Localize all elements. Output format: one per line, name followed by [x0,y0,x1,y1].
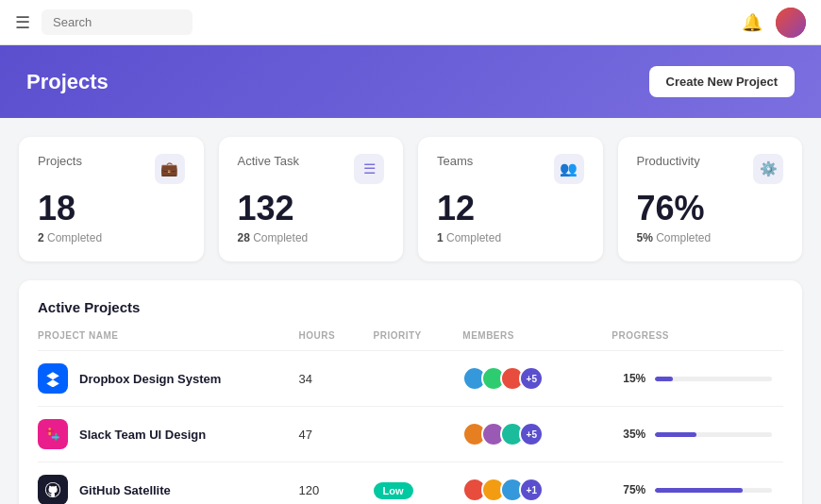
header-banner: Projects Create New Project [0,45,821,118]
projects-section: Active Projects PROJECT NAMEHOURSPRIORIT… [19,280,802,504]
create-project-button[interactable]: Create New Project [649,66,796,97]
progress-bar-fill [655,432,695,437]
projects-table: PROJECT NAMEHOURSPRIORITYMEMBERSPROGRESS… [38,330,783,504]
project-progress: 35% [612,407,783,462]
table-header-hours: HOURS [299,330,374,351]
table-row: GitHub Satellite 120 Low +1 75% [38,462,783,505]
stat-label: Productivity [637,154,700,168]
svg-rect-3 [46,430,54,432]
project-hours: 34 [299,351,374,407]
member-count-badge: +5 [519,422,544,446]
stat-sub: 5% Completed [637,231,784,244]
stat-value: 12 [437,192,584,226]
table-body: Dropbox Design System 34 +5 15% Slack Te… [38,351,783,505]
project-hours: 47 [299,407,374,462]
hamburger-icon[interactable]: ☰ [15,12,30,33]
stat-label: Projects [38,154,82,168]
progress-bar-bg [655,488,772,493]
search-box [42,9,193,35]
progress-bar-fill [655,488,743,493]
member-count-badge: +1 [519,478,544,502]
progress-cell: 15% [612,372,772,385]
members-stack: +5 [462,422,600,446]
project-logo [38,363,68,394]
project-name-wrapper: Slack Team UI Design [38,419,288,449]
progress-label: 35% [612,428,645,441]
project-members: +5 [462,351,612,407]
project-members: +1 [462,462,612,505]
progress-bar-bg [655,377,772,381]
svg-marker-0 [46,372,59,387]
table-header-progress: PROGRESS [612,330,783,351]
avatar[interactable] [776,8,806,38]
project-name-cell: GitHub Satellite [38,462,299,505]
project-hours: 120 [299,462,374,505]
project-name-cell: Slack Team UI Design [38,407,299,462]
page-title: Projects [26,70,109,94]
table-header-members: MEMBERS [462,330,612,351]
table-header-project-name: PROJECT NAME [38,330,299,351]
svg-rect-4 [52,436,59,438]
active-projects-title: Active Projects [38,299,783,315]
progress-label: 15% [612,372,645,385]
member-count-badge: +5 [519,366,544,391]
project-priority [374,407,463,462]
stat-value: 132 [238,192,385,226]
stat-card-header: Teams 👥 [437,154,584,184]
stat-card-teams: Teams 👥 12 1 Completed [418,137,603,261]
progress-label: 75% [612,483,645,496]
progress-bar-bg [655,432,772,437]
project-name: Slack Team UI Design [79,428,206,442]
stat-card-header: Productivity ⚙️ [637,154,784,184]
table-header: PROJECT NAMEHOURSPRIORITYMEMBERSPROGRESS [38,330,783,351]
stat-icon: ⚙️ [753,154,783,184]
progress-bar-fill [655,377,673,381]
project-name-wrapper: Dropbox Design System [38,363,288,394]
stat-card-active-task: Active Task ☰ 132 28 Completed [219,137,404,261]
project-progress: 75% [612,462,783,505]
progress-cell: 75% [612,483,772,496]
stats-row: Projects 💼 18 2 Completed Active Task ☰ … [0,118,821,271]
stat-label: Active Task [238,154,300,168]
project-logo [38,475,68,504]
stat-icon: 👥 [554,154,584,184]
project-name: Dropbox Design System [79,372,221,386]
members-stack: +1 [462,478,600,502]
stat-card-header: Projects 💼 [38,154,185,184]
stat-sub: 2 Completed [38,231,185,244]
stat-card-projects: Projects 💼 18 2 Completed [19,137,204,261]
stat-value: 76% [637,192,784,226]
stat-card-header: Active Task ☰ [238,154,385,184]
project-members: +5 [462,407,612,462]
stat-icon: ☰ [354,154,384,184]
table-row: Slack Team UI Design 47 +5 35% [38,407,783,462]
table-row: Dropbox Design System 34 +5 15% [38,351,783,407]
project-name: GitHub Satellite [79,483,171,497]
project-name-cell: Dropbox Design System [38,351,299,407]
stat-icon: 💼 [155,154,185,184]
project-progress: 15% [612,351,783,407]
top-nav: ☰ 🔔 [0,0,821,45]
stat-value: 18 [38,192,185,226]
members-stack: +5 [462,366,600,391]
stat-label: Teams [437,154,473,168]
avatar-image [776,8,806,38]
stat-card-productivity: Productivity ⚙️ 76% 5% Completed [618,137,803,261]
project-name-wrapper: GitHub Satellite [38,475,288,504]
search-input[interactable] [53,15,181,29]
table-header-priority: PRIORITY [374,330,463,351]
stat-sub: 28 Completed [238,231,385,244]
progress-cell: 35% [612,428,772,441]
bell-icon[interactable]: 🔔 [742,12,762,33]
project-logo [38,419,68,449]
project-priority: Low [374,462,463,505]
nav-right: 🔔 [742,8,806,38]
priority-badge: Low [374,482,413,499]
project-priority [374,351,463,407]
stat-sub: 1 Completed [437,231,584,244]
